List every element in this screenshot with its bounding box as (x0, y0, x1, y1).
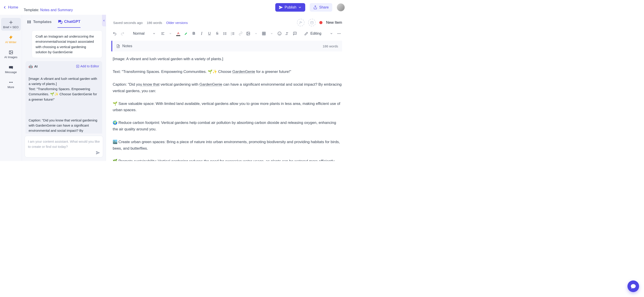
chevron-down-icon (330, 32, 333, 35)
add-collaborator-button[interactable] (297, 19, 304, 26)
rail-label: Brief + SEO (3, 26, 18, 29)
highlight-button[interactable] (183, 30, 189, 37)
rail-ai-images[interactable]: AI Images (1, 48, 21, 60)
clear-format-button[interactable] (284, 30, 290, 37)
svg-point-40 (248, 33, 248, 33)
publish-button[interactable]: Publish (275, 3, 305, 12)
editing-mode-select[interactable]: Editing (304, 32, 333, 36)
document-body[interactable]: [Image: A vibrant and lush vertical gard… (106, 52, 349, 161)
align-dropdown[interactable] (168, 30, 174, 37)
calendar-icon (310, 21, 314, 24)
collapse-handle[interactable] (102, 15, 106, 26)
side-tabs: Templates ChatGPT (22, 15, 106, 28)
template-label: Template: Notes and Summary (24, 8, 73, 12)
older-versions-link[interactable]: Older versions (166, 21, 188, 24)
comment-button[interactable] (292, 30, 298, 37)
image-icon (246, 32, 250, 36)
home-label: Home (8, 5, 18, 10)
svg-point-52 (339, 33, 340, 34)
rail-message[interactable]: Message (1, 63, 21, 76)
chat-scroll[interactable]: Craft an Instagram ad underscoring the e… (22, 28, 106, 134)
doc-paragraph: Caption: "Did you know that vertical gar… (113, 82, 342, 94)
ai-tag: 🤖 AI (28, 64, 38, 69)
home-link[interactable]: Home (3, 5, 18, 10)
rail-label: Message (5, 70, 17, 74)
table-icon (262, 32, 266, 36)
document-icon (116, 44, 120, 48)
ordered-list-button[interactable]: 123 (230, 30, 236, 37)
topbar: Home Template: Notes and Summary Publish… (0, 0, 349, 15)
bold-button[interactable]: B (191, 30, 197, 37)
target-icon (9, 20, 13, 24)
side-panel: Templates ChatGPT Craft an Instagram ad … (22, 15, 106, 161)
underline-button[interactable]: U (206, 30, 212, 37)
svg-point-9 (10, 82, 11, 82)
schedule-button[interactable] (308, 19, 316, 26)
robot-icon: 🤖 (28, 64, 33, 69)
image-button[interactable] (245, 30, 251, 37)
link-button[interactable] (238, 30, 244, 37)
ai-label: AI (34, 64, 38, 69)
comment-plus-icon (293, 32, 297, 36)
paragraph-style-label: Normal (133, 32, 145, 36)
status-label[interactable]: New Item (326, 20, 342, 25)
svg-text:3: 3 (231, 34, 232, 36)
editor-status-bar: Saved seconds ago 186 words Older versio… (106, 15, 349, 28)
svg-point-29 (224, 34, 224, 35)
upload-icon (313, 5, 317, 10)
more-toolbar-button[interactable] (336, 30, 342, 37)
doc-paragraph: 🌱 Save valuable space: With limited land… (113, 101, 342, 114)
share-label: Share (319, 5, 329, 10)
rail-brief-seo[interactable]: Brief + SEO (1, 18, 21, 31)
chat-input[interactable]: I am your content assistant. What would … (24, 136, 103, 158)
svg-point-17 (300, 22, 301, 22)
share-button[interactable]: Share (310, 3, 332, 12)
list-ul-icon (223, 32, 227, 36)
user-message-text: Craft an Instagram ad underscoring the e… (36, 34, 94, 54)
plus-square-icon (76, 65, 80, 68)
font-color-button[interactable]: A (175, 30, 181, 37)
image-dropdown[interactable] (253, 30, 259, 37)
chat-input-container: I am your content assistant. What would … (22, 134, 106, 161)
svg-point-28 (224, 33, 224, 34)
svg-point-1 (10, 22, 12, 23)
left-rail: Brief + SEO AI Writer AI Images Message … (0, 15, 22, 161)
strike-button[interactable]: S (214, 30, 220, 37)
svg-rect-13 (30, 20, 31, 23)
chevron-down-icon (298, 6, 302, 9)
link-icon (238, 32, 242, 36)
table-button[interactable] (261, 30, 267, 37)
align-button[interactable] (160, 30, 166, 37)
rail-more[interactable]: More (1, 78, 21, 90)
redo-icon (120, 32, 124, 36)
tab-templates[interactable]: Templates (27, 19, 52, 28)
undo-button[interactable] (112, 30, 118, 37)
table-dropdown[interactable] (268, 30, 274, 37)
template-name-link[interactable]: Notes and Summary (40, 8, 73, 12)
align-left-icon (161, 32, 165, 36)
svg-point-8 (9, 82, 10, 82)
italic-button[interactable]: I (198, 30, 204, 37)
bullet-list-button[interactable] (222, 30, 228, 37)
word-count-top: 186 words (147, 21, 162, 24)
rail-ai-writer[interactable]: AI Writer (1, 33, 21, 46)
chevron-down-icon (152, 32, 156, 35)
send-button[interactable] (96, 150, 100, 155)
svg-rect-41 (262, 32, 266, 35)
undo-icon (113, 32, 117, 36)
notes-section-header: Notes 186 words (111, 41, 342, 52)
emoji-icon (278, 32, 282, 36)
tab-chatgpt[interactable]: ChatGPT (58, 19, 80, 28)
add-to-editor-button[interactable]: Add to Editor (76, 64, 99, 69)
svg-point-46 (278, 32, 281, 35)
chevron-down-icon (255, 32, 258, 35)
emoji-button[interactable] (276, 30, 282, 37)
highlighter-icon (184, 32, 188, 36)
paragraph-style-select[interactable]: Normal (131, 32, 158, 36)
redo-button[interactable] (120, 30, 126, 37)
ai-message: 🤖 AI Add to Editor [Image: A vibrant and… (26, 61, 102, 134)
publish-label: Publish (285, 5, 296, 10)
rail-label: AI Writer (5, 40, 16, 44)
svg-point-7 (10, 52, 10, 52)
avatar[interactable] (337, 3, 345, 12)
